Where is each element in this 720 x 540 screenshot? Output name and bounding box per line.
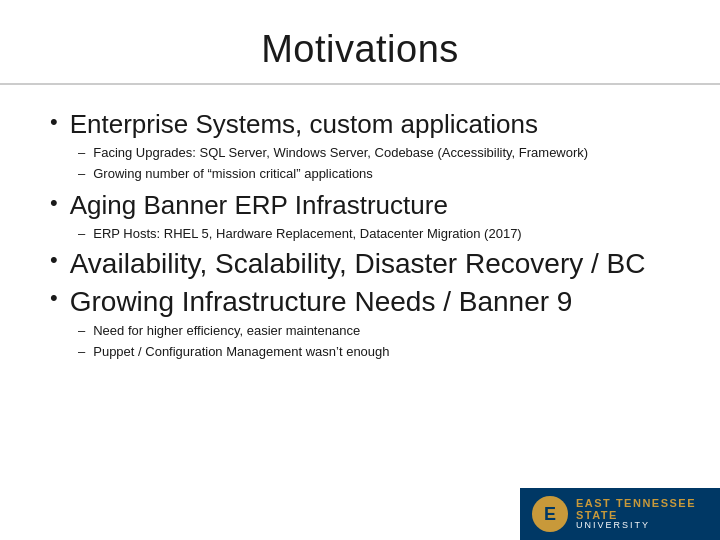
sub-dash-4-1: –	[78, 323, 85, 338]
sub-bullets-1: – Facing Upgrades: SQL Server, Windows S…	[78, 144, 670, 183]
sub-bullet-1-2: – Growing number of “mission critical” a…	[78, 165, 670, 183]
sub-bullets-4: – Need for higher efficiency, easier mai…	[78, 322, 670, 361]
bullet-text-2: Aging Banner ERP Infrastructure	[70, 190, 448, 221]
sub-bullets-2: – ERP Hosts: RHEL 5, Hardware Replacemen…	[78, 225, 670, 243]
bullet-text-3: Availability, Scalability, Disaster Reco…	[70, 247, 646, 281]
bullet-item-2: • Aging Banner ERP Infrastructure	[50, 190, 670, 221]
bullet-text-4: Growing Infrastructure Needs / Banner 9	[70, 285, 573, 319]
sub-text-1-1: Facing Upgrades: SQL Server, Windows Ser…	[93, 144, 588, 162]
sub-dash-1-1: –	[78, 145, 85, 160]
sub-dash-2-1: –	[78, 226, 85, 241]
sub-text-4-2: Puppet / Configuration Management wasn’t…	[93, 343, 389, 361]
bullet-dot-2: •	[50, 192, 58, 214]
sub-text-1-2: Growing number of “mission critical” app…	[93, 165, 373, 183]
bullet-item-4: • Growing Infrastructure Needs / Banner …	[50, 285, 670, 319]
slide-content: • Enterprise Systems, custom application…	[0, 85, 720, 376]
footer-top-text: EAST TENNESSEE STATE	[576, 497, 708, 521]
bullet-dot-1: •	[50, 111, 58, 133]
footer-text-block: EAST TENNESSEE STATE UNIVERSITY	[576, 497, 708, 531]
logo-emblem: E	[532, 496, 568, 532]
bullet-item-3: • Availability, Scalability, Disaster Re…	[50, 247, 670, 281]
bullet-text-1: Enterprise Systems, custom applications	[70, 109, 538, 140]
slide-title: Motivations	[40, 28, 680, 71]
footer-bottom-text: UNIVERSITY	[576, 521, 708, 531]
sub-dash-1-2: –	[78, 166, 85, 181]
footer-logo-area: E EAST TENNESSEE STATE UNIVERSITY	[520, 488, 720, 540]
sub-bullet-4-2: – Puppet / Configuration Management wasn…	[78, 343, 670, 361]
bullet-dot-4: •	[50, 287, 58, 309]
slide-header: Motivations	[0, 0, 720, 85]
logo-letter: E	[544, 504, 556, 525]
sub-bullet-4-1: – Need for higher efficiency, easier mai…	[78, 322, 670, 340]
sub-dash-4-2: –	[78, 344, 85, 359]
sub-bullet-2-1: – ERP Hosts: RHEL 5, Hardware Replacemen…	[78, 225, 670, 243]
bullet-dot-3: •	[50, 249, 58, 271]
sub-text-4-1: Need for higher efficiency, easier maint…	[93, 322, 360, 340]
bullet-item-1: • Enterprise Systems, custom application…	[50, 109, 670, 140]
footer-logo: E EAST TENNESSEE STATE UNIVERSITY	[532, 496, 708, 532]
slide: Motivations • Enterprise Systems, custom…	[0, 0, 720, 540]
sub-bullet-1-1: – Facing Upgrades: SQL Server, Windows S…	[78, 144, 670, 162]
sub-text-2-1: ERP Hosts: RHEL 5, Hardware Replacement,…	[93, 225, 521, 243]
